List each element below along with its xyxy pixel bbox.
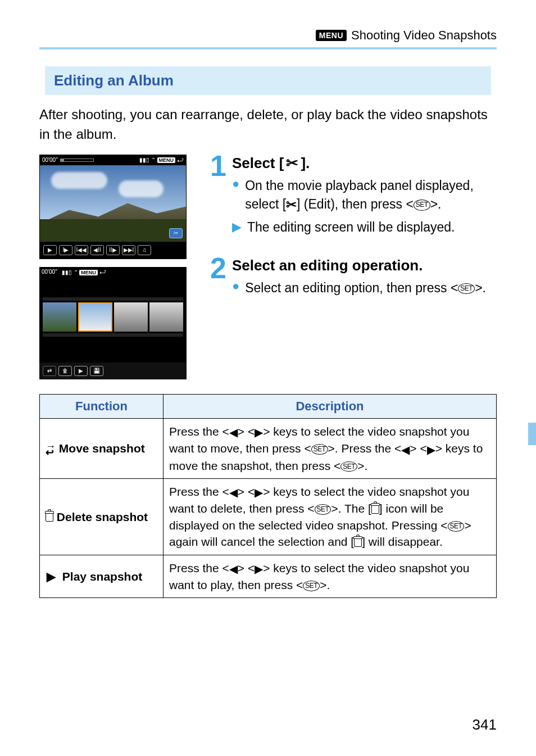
frame-fwd-icon[interactable]: II▶ bbox=[106, 245, 120, 255]
step-1-bullet-1: ● On the movie playback panel displayed,… bbox=[232, 176, 497, 215]
set-button-icon: SET bbox=[414, 200, 430, 210]
step-2-title: Select an editing operation. bbox=[232, 257, 497, 274]
playback-toolbar: ▶ I▶ I◀◀ ◀II II▶ ▶▶I ♫ bbox=[40, 242, 186, 259]
move-icon: →↩ bbox=[46, 443, 56, 456]
fn-move: →↩ Move snapshot bbox=[40, 418, 163, 478]
th-function: Function bbox=[40, 394, 163, 418]
skip-end-icon[interactable]: ▶▶I bbox=[122, 245, 135, 255]
right-key-icon: ▶ bbox=[255, 485, 263, 500]
step-1-number: 1 bbox=[210, 155, 226, 178]
bullet-dot-icon: ● bbox=[232, 279, 239, 297]
table-row: →↩ Move snapshot Press the <◀> <▶> keys … bbox=[40, 418, 497, 478]
left-key-icon: ◀ bbox=[229, 424, 238, 440]
section-title: Editing an Album bbox=[45, 66, 491, 95]
signal-icon: ▮▮▯ bbox=[62, 269, 72, 275]
screenshot-editing-screen: 00'00" ▮▮▯ ⌃ MENU ⮐ ⇄ 🗑 ▶ 💾 bbox=[39, 267, 187, 379]
edit-scissors-button[interactable]: ✂ bbox=[169, 228, 183, 238]
right-key-icon: ▶ bbox=[255, 561, 263, 577]
left-key-icon: ◀ bbox=[401, 442, 410, 458]
menu-chip-icon: MENU bbox=[79, 270, 98, 275]
fn-move-desc: Press the <◀> <▶> keys to select the vid… bbox=[163, 418, 497, 478]
page-header: MENU Shooting Video Snapshots bbox=[39, 28, 497, 43]
back-icon: ⮐ bbox=[177, 156, 184, 164]
fn-delete: Delete snapshot bbox=[40, 478, 163, 555]
screenshot-playback-panel: 00'00" ▮▮▯ ⌃ MENU ⮐ ✂ ▶ I▶ I◀◀ ◀II II▶ ▶… bbox=[39, 155, 187, 259]
music-icon[interactable]: ♫ bbox=[138, 245, 151, 255]
page-number: 341 bbox=[473, 716, 497, 734]
side-tab bbox=[528, 423, 536, 445]
move-snapshot-icon[interactable]: ⇄ bbox=[43, 366, 56, 376]
table-row: ▶ Play snapshot Press the <◀> <▶> keys t… bbox=[40, 555, 497, 598]
shot1-time: 00'00" bbox=[42, 157, 58, 163]
edit-toolbar: ⇄ 🗑 ▶ 💾 bbox=[39, 363, 187, 379]
set-button-icon: SET bbox=[303, 581, 320, 591]
step-1-bullet-2: ▶ The editing screen will be displayed. bbox=[232, 218, 497, 237]
trash-icon bbox=[354, 538, 362, 547]
step-2: 2 Select an editing operation. ● Select … bbox=[210, 257, 497, 310]
save-icon[interactable]: 💾 bbox=[90, 366, 103, 376]
th-description: Description bbox=[163, 394, 497, 418]
frame-back-icon[interactable]: ◀II bbox=[90, 245, 104, 255]
fn-play: ▶ Play snapshot bbox=[40, 555, 163, 598]
table-row: Delete snapshot Press the <◀> <▶> keys t… bbox=[40, 478, 497, 555]
skip-start-icon[interactable]: I◀◀ bbox=[75, 245, 88, 255]
bullet-dot-icon: ● bbox=[232, 176, 239, 215]
set-button-icon: SET bbox=[315, 504, 331, 515]
editing-functions-table: Function Description →↩ Move snapshot Pr… bbox=[39, 394, 497, 599]
thumb-3[interactable] bbox=[114, 302, 148, 332]
updown-icon: ⌃ bbox=[74, 269, 78, 275]
step-2-number: 2 bbox=[210, 257, 226, 280]
slow-play-icon[interactable]: I▶ bbox=[59, 245, 72, 255]
play-icon: ▶ bbox=[46, 568, 57, 585]
set-button-icon: SET bbox=[311, 444, 328, 455]
play-icon[interactable]: ▶ bbox=[43, 245, 57, 255]
play-snapshot-icon[interactable]: ▶ bbox=[74, 366, 88, 376]
header-rule bbox=[39, 47, 497, 49]
intro-text: After shooting, you can rearrange, delet… bbox=[39, 105, 497, 144]
menu-chip-icon: MENU bbox=[316, 30, 347, 41]
fn-play-desc: Press the <◀> <▶> keys to select the vid… bbox=[163, 555, 497, 598]
set-button-icon: SET bbox=[340, 461, 357, 472]
shot2-time: 00'00" bbox=[42, 269, 57, 275]
result-arrow-icon: ▶ bbox=[232, 218, 242, 237]
step-2-bullet-1: ● Select an editing option, then press <… bbox=[232, 279, 497, 297]
thumb-2-selected[interactable] bbox=[78, 302, 112, 332]
thumb-1[interactable] bbox=[43, 302, 76, 332]
updown-icon: ⌃ bbox=[151, 157, 156, 163]
right-key-icon: ▶ bbox=[255, 424, 263, 440]
menu-chip-icon: MENU bbox=[157, 157, 176, 163]
signal-icon: ▮▮▯ bbox=[139, 157, 149, 163]
set-button-icon: SET bbox=[448, 521, 465, 532]
left-key-icon: ◀ bbox=[229, 561, 238, 577]
snapshot-strip bbox=[43, 297, 183, 337]
set-button-icon: SET bbox=[458, 283, 475, 294]
right-key-icon: ▶ bbox=[427, 442, 435, 458]
step-1-title: Select [✂]. bbox=[232, 155, 497, 172]
trash-icon bbox=[46, 513, 53, 522]
scissors-icon: ✂ bbox=[286, 155, 298, 172]
step-1: 1 Select [✂]. ● On the movie playback pa… bbox=[210, 155, 497, 249]
trash-icon bbox=[371, 505, 379, 514]
delete-snapshot-icon[interactable]: 🗑 bbox=[58, 366, 72, 376]
scissors-icon: ✂ bbox=[286, 196, 297, 214]
thumb-4[interactable] bbox=[149, 302, 183, 332]
fn-delete-desc: Press the <◀> <▶> keys to select the vid… bbox=[163, 478, 497, 555]
back-icon: ⮐ bbox=[99, 268, 106, 276]
left-key-icon: ◀ bbox=[229, 485, 238, 500]
header-title: Shooting Video Snapshots bbox=[351, 28, 497, 43]
